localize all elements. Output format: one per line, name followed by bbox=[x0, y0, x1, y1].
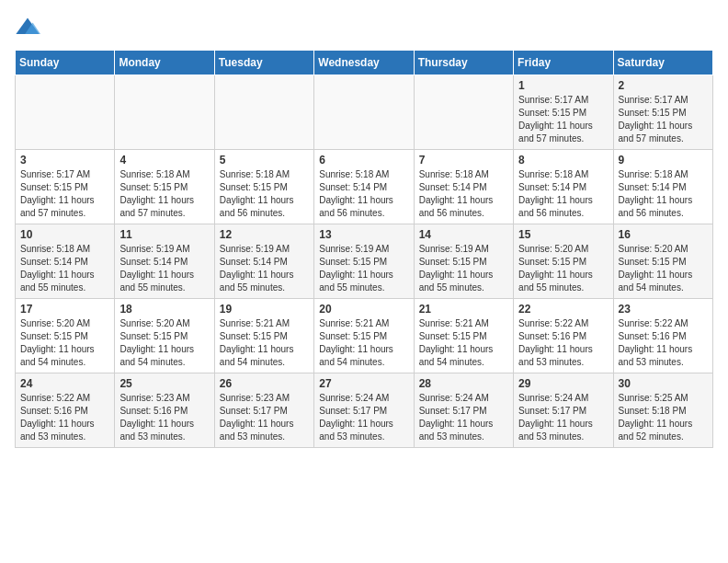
calendar-week-1: 1Sunrise: 5:17 AM Sunset: 5:15 PM Daylig… bbox=[16, 75, 713, 150]
calendar-cell: 21Sunrise: 5:21 AM Sunset: 5:15 PM Dayli… bbox=[414, 299, 513, 373]
calendar-cell: 7Sunrise: 5:18 AM Sunset: 5:14 PM Daylig… bbox=[414, 150, 513, 224]
calendar-cell: 1Sunrise: 5:17 AM Sunset: 5:15 PM Daylig… bbox=[514, 75, 613, 150]
day-info: Sunrise: 5:20 AM Sunset: 5:15 PM Dayligh… bbox=[518, 243, 608, 294]
day-number: 1 bbox=[518, 79, 608, 92]
day-number: 6 bbox=[319, 154, 408, 167]
day-number: 19 bbox=[220, 303, 309, 316]
day-info: Sunrise: 5:24 AM Sunset: 5:17 PM Dayligh… bbox=[419, 392, 508, 443]
calendar-week-4: 17Sunrise: 5:20 AM Sunset: 5:15 PM Dayli… bbox=[16, 299, 713, 373]
day-number: 16 bbox=[619, 228, 708, 241]
calendar-cell: 25Sunrise: 5:23 AM Sunset: 5:16 PM Dayli… bbox=[115, 373, 214, 448]
day-number: 13 bbox=[319, 228, 408, 241]
calendar-cell: 27Sunrise: 5:24 AM Sunset: 5:17 PM Dayli… bbox=[314, 373, 414, 448]
day-info: Sunrise: 5:22 AM Sunset: 5:16 PM Dayligh… bbox=[518, 317, 608, 369]
day-info: Sunrise: 5:24 AM Sunset: 5:17 PM Dayligh… bbox=[518, 392, 608, 443]
day-number: 7 bbox=[419, 154, 508, 167]
day-number: 5 bbox=[220, 154, 309, 167]
day-number: 20 bbox=[319, 303, 408, 316]
calendar-table: SundayMondayTuesdayWednesdayThursdayFrid… bbox=[15, 50, 713, 448]
calendar-cell: 4Sunrise: 5:18 AM Sunset: 5:15 PM Daylig… bbox=[115, 150, 214, 224]
day-info: Sunrise: 5:18 AM Sunset: 5:14 PM Dayligh… bbox=[518, 168, 608, 220]
logo bbox=[15, 15, 44, 40]
day-info: Sunrise: 5:18 AM Sunset: 5:14 PM Dayligh… bbox=[20, 243, 109, 294]
calendar-cell: 19Sunrise: 5:21 AM Sunset: 5:15 PM Dayli… bbox=[214, 299, 313, 373]
calendar-cell bbox=[214, 75, 313, 150]
day-info: Sunrise: 5:24 AM Sunset: 5:17 PM Dayligh… bbox=[319, 392, 408, 443]
day-info: Sunrise: 5:20 AM Sunset: 5:15 PM Dayligh… bbox=[619, 243, 708, 294]
day-info: Sunrise: 5:19 AM Sunset: 5:14 PM Dayligh… bbox=[220, 243, 309, 294]
weekday-header-sunday: Sunday bbox=[16, 51, 115, 75]
day-number: 15 bbox=[518, 228, 608, 241]
day-info: Sunrise: 5:19 AM Sunset: 5:15 PM Dayligh… bbox=[319, 243, 408, 294]
calendar-cell: 12Sunrise: 5:19 AM Sunset: 5:14 PM Dayli… bbox=[214, 224, 313, 299]
day-number: 11 bbox=[119, 228, 209, 241]
calendar-week-3: 10Sunrise: 5:18 AM Sunset: 5:14 PM Dayli… bbox=[16, 224, 713, 299]
day-info: Sunrise: 5:18 AM Sunset: 5:15 PM Dayligh… bbox=[220, 168, 309, 220]
day-info: Sunrise: 5:22 AM Sunset: 5:16 PM Dayligh… bbox=[619, 317, 708, 369]
calendar-cell: 15Sunrise: 5:20 AM Sunset: 5:15 PM Dayli… bbox=[514, 224, 613, 299]
weekday-header-friday: Friday bbox=[514, 51, 613, 75]
calendar-cell: 29Sunrise: 5:24 AM Sunset: 5:17 PM Dayli… bbox=[514, 373, 613, 448]
weekday-header-row: SundayMondayTuesdayWednesdayThursdayFrid… bbox=[16, 51, 713, 75]
day-info: Sunrise: 5:18 AM Sunset: 5:14 PM Dayligh… bbox=[619, 168, 708, 220]
day-number: 24 bbox=[20, 377, 109, 390]
calendar-week-2: 3Sunrise: 5:17 AM Sunset: 5:15 PM Daylig… bbox=[16, 150, 713, 224]
calendar-cell: 30Sunrise: 5:25 AM Sunset: 5:18 PM Dayli… bbox=[613, 373, 712, 448]
day-number: 30 bbox=[619, 377, 708, 390]
calendar-cell: 13Sunrise: 5:19 AM Sunset: 5:15 PM Dayli… bbox=[314, 224, 414, 299]
day-info: Sunrise: 5:17 AM Sunset: 5:15 PM Dayligh… bbox=[20, 168, 109, 220]
calendar-cell: 9Sunrise: 5:18 AM Sunset: 5:14 PM Daylig… bbox=[613, 150, 712, 224]
day-number: 2 bbox=[619, 79, 708, 92]
day-info: Sunrise: 5:18 AM Sunset: 5:14 PM Dayligh… bbox=[319, 168, 408, 220]
calendar-cell: 16Sunrise: 5:20 AM Sunset: 5:15 PM Dayli… bbox=[613, 224, 712, 299]
day-number: 21 bbox=[419, 303, 508, 316]
calendar-cell: 26Sunrise: 5:23 AM Sunset: 5:17 PM Dayli… bbox=[214, 373, 313, 448]
day-number: 14 bbox=[419, 228, 508, 241]
calendar-cell: 23Sunrise: 5:22 AM Sunset: 5:16 PM Dayli… bbox=[613, 299, 712, 373]
weekday-header-saturday: Saturday bbox=[613, 51, 712, 75]
day-number: 18 bbox=[119, 303, 209, 316]
day-number: 26 bbox=[220, 377, 309, 390]
calendar-cell: 2Sunrise: 5:17 AM Sunset: 5:15 PM Daylig… bbox=[613, 75, 712, 150]
calendar-cell bbox=[414, 75, 513, 150]
calendar-cell: 22Sunrise: 5:22 AM Sunset: 5:16 PM Dayli… bbox=[514, 299, 613, 373]
weekday-header-tuesday: Tuesday bbox=[214, 51, 313, 75]
day-number: 8 bbox=[518, 154, 608, 167]
calendar-cell bbox=[115, 75, 214, 150]
day-number: 12 bbox=[220, 228, 309, 241]
weekday-header-monday: Monday bbox=[115, 51, 214, 75]
day-info: Sunrise: 5:23 AM Sunset: 5:17 PM Dayligh… bbox=[220, 392, 309, 443]
day-number: 3 bbox=[20, 154, 109, 167]
day-info: Sunrise: 5:21 AM Sunset: 5:15 PM Dayligh… bbox=[419, 317, 508, 369]
day-number: 28 bbox=[419, 377, 508, 390]
calendar-cell: 18Sunrise: 5:20 AM Sunset: 5:15 PM Dayli… bbox=[115, 299, 214, 373]
calendar-cell: 6Sunrise: 5:18 AM Sunset: 5:14 PM Daylig… bbox=[314, 150, 414, 224]
day-info: Sunrise: 5:20 AM Sunset: 5:15 PM Dayligh… bbox=[119, 317, 209, 369]
day-number: 22 bbox=[518, 303, 608, 316]
day-number: 27 bbox=[319, 377, 408, 390]
day-number: 23 bbox=[619, 303, 708, 316]
calendar-cell: 17Sunrise: 5:20 AM Sunset: 5:15 PM Dayli… bbox=[16, 299, 115, 373]
day-info: Sunrise: 5:21 AM Sunset: 5:15 PM Dayligh… bbox=[220, 317, 309, 369]
calendar-cell: 8Sunrise: 5:18 AM Sunset: 5:14 PM Daylig… bbox=[514, 150, 613, 224]
day-info: Sunrise: 5:17 AM Sunset: 5:15 PM Dayligh… bbox=[619, 94, 708, 145]
calendar-cell: 28Sunrise: 5:24 AM Sunset: 5:17 PM Dayli… bbox=[414, 373, 513, 448]
day-number: 25 bbox=[119, 377, 209, 390]
day-info: Sunrise: 5:21 AM Sunset: 5:15 PM Dayligh… bbox=[319, 317, 408, 369]
calendar-cell: 14Sunrise: 5:19 AM Sunset: 5:15 PM Dayli… bbox=[414, 224, 513, 299]
weekday-header-thursday: Thursday bbox=[414, 51, 513, 75]
page: SundayMondayTuesdayWednesdayThursdayFrid… bbox=[0, 0, 728, 463]
day-number: 29 bbox=[518, 377, 608, 390]
day-info: Sunrise: 5:22 AM Sunset: 5:16 PM Dayligh… bbox=[20, 392, 109, 443]
day-info: Sunrise: 5:20 AM Sunset: 5:15 PM Dayligh… bbox=[20, 317, 109, 369]
calendar-cell bbox=[16, 75, 115, 150]
calendar-cell: 11Sunrise: 5:19 AM Sunset: 5:14 PM Dayli… bbox=[115, 224, 214, 299]
header bbox=[15, 15, 713, 40]
day-info: Sunrise: 5:17 AM Sunset: 5:15 PM Dayligh… bbox=[518, 94, 608, 145]
day-number: 4 bbox=[119, 154, 209, 167]
logo-icon bbox=[15, 15, 40, 40]
calendar-cell: 5Sunrise: 5:18 AM Sunset: 5:15 PM Daylig… bbox=[214, 150, 313, 224]
day-info: Sunrise: 5:25 AM Sunset: 5:18 PM Dayligh… bbox=[619, 392, 708, 443]
day-info: Sunrise: 5:18 AM Sunset: 5:15 PM Dayligh… bbox=[119, 168, 209, 220]
day-info: Sunrise: 5:18 AM Sunset: 5:14 PM Dayligh… bbox=[419, 168, 508, 220]
